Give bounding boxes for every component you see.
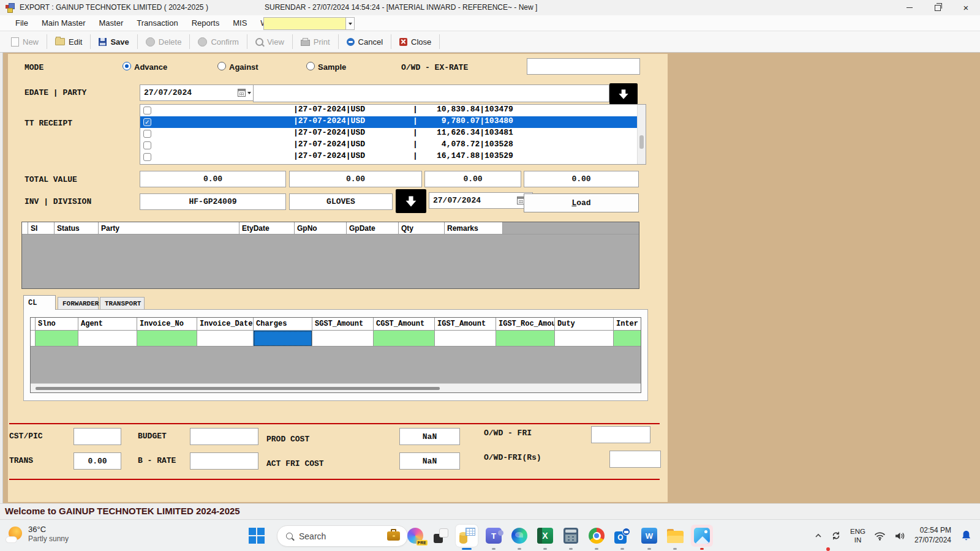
- taskbar-edge[interactable]: [508, 525, 530, 547]
- cell-sgst[interactable]: [312, 331, 374, 347]
- col-sgst[interactable]: SGST_Amount: [312, 318, 374, 331]
- start-button[interactable]: [249, 528, 265, 544]
- scrollbar-thumb[interactable]: [36, 387, 440, 390]
- owd-fri-rs-input[interactable]: [609, 451, 661, 468]
- tab-cl[interactable]: CL: [23, 295, 56, 310]
- close-button[interactable]: ×: [952, 0, 980, 15]
- load-button[interactable]: Load: [524, 193, 639, 212]
- col-qty[interactable]: Qty: [399, 222, 445, 234]
- delete-button[interactable]: Delete: [140, 34, 188, 50]
- taskbar-file-explorer[interactable]: [664, 525, 686, 547]
- menu-item-reports[interactable]: Reports: [185, 15, 227, 31]
- row-checkbox[interactable]: [143, 130, 151, 138]
- radio-advance-label[interactable]: Advance: [134, 62, 167, 72]
- col-gpno[interactable]: GpNo: [295, 222, 347, 234]
- menu-item-file[interactable]: File: [9, 15, 35, 31]
- tt-receipt-row[interactable]: |27-07-2024|USD | 10,839.84|103479: [140, 105, 646, 116]
- radio-against[interactable]: [217, 62, 226, 70]
- col-igst[interactable]: IGST_Amount: [435, 318, 496, 331]
- col-inter[interactable]: Inter: [614, 318, 641, 331]
- tt-receipt-row[interactable]: |27-07-2024|USD | 4,078.72|103528: [140, 140, 646, 151]
- col-cgst[interactable]: CGST_Amount: [374, 318, 435, 331]
- cell-charges-selected[interactable]: [254, 331, 312, 347]
- party-input[interactable]: [253, 84, 609, 102]
- inv-date-picker[interactable]: 27/07/2024: [429, 192, 533, 209]
- total-value-1[interactable]: 0.00: [140, 171, 286, 187]
- menu-item-main-master[interactable]: Main Master: [35, 15, 92, 31]
- taskbar-excel[interactable]: X: [534, 525, 556, 547]
- cell-inter[interactable]: [614, 331, 641, 347]
- radio-against-label[interactable]: Against: [229, 62, 258, 72]
- col-sl[interactable]: Sl: [28, 222, 55, 234]
- b-rate-input[interactable]: [190, 452, 258, 470]
- taskbar-copilot[interactable]: PRE: [404, 525, 426, 547]
- party-lookup-button[interactable]: [609, 83, 638, 105]
- quick-search-dropdown-button[interactable]: [345, 17, 355, 30]
- row-checkbox[interactable]: [143, 141, 151, 149]
- tab-transport[interactable]: TRANSPORT: [100, 297, 145, 310]
- division-input[interactable]: GLOVES: [289, 193, 393, 210]
- scrollbar-thumb[interactable]: [639, 135, 644, 149]
- row-checkbox[interactable]: [143, 153, 151, 161]
- tt-receipt-row-selected[interactable]: ✓ |27-07-2024|USD | 9,780.07|103480: [140, 116, 646, 128]
- tt-receipt-row[interactable]: |27-07-2024|USD | 16,147.88|103529: [140, 151, 646, 163]
- col-duty[interactable]: Duty: [555, 318, 614, 331]
- taskbar-teams[interactable]: T: [483, 525, 505, 547]
- cell-igst-roc[interactable]: [496, 331, 555, 347]
- taskbar-chrome[interactable]: [586, 525, 608, 547]
- horizontal-scrollbar[interactable]: [31, 383, 641, 392]
- total-value-4[interactable]: 0.00: [524, 171, 639, 187]
- menu-item-mis[interactable]: MIS: [226, 15, 254, 31]
- confirm-button[interactable]: Confirm: [192, 34, 245, 50]
- col-slno[interactable]: Slno: [36, 318, 78, 331]
- trans-input[interactable]: 0.00: [74, 452, 121, 470]
- minimize-button[interactable]: [895, 0, 924, 15]
- cell-agent[interactable]: [78, 331, 137, 347]
- col-agent[interactable]: Agent: [78, 318, 137, 331]
- division-lookup-button[interactable]: [396, 189, 426, 213]
- tray-chevron-up[interactable]: [810, 520, 826, 551]
- taskbar-erp-app[interactable]: [456, 525, 478, 547]
- cell-cgst[interactable]: [374, 331, 435, 347]
- tab-forwarder[interactable]: FORWARDER: [58, 297, 99, 310]
- tray-language[interactable]: ENG IN: [846, 520, 870, 551]
- col-gpdate[interactable]: GpDate: [347, 222, 399, 234]
- inv-input[interactable]: HF-GP24009: [140, 193, 286, 210]
- col-invoice-no[interactable]: Invoice_No: [137, 318, 197, 331]
- cancel-button[interactable]: Cancel: [341, 34, 389, 50]
- radio-sample-label[interactable]: Sample: [318, 62, 346, 72]
- col-charges[interactable]: Charges: [254, 318, 312, 331]
- cell-invoice-no[interactable]: [137, 331, 197, 347]
- restore-button[interactable]: [924, 0, 952, 15]
- col-invoice-date[interactable]: Invoice_Date: [197, 318, 254, 331]
- menu-item-transaction[interactable]: Transaction: [130, 15, 184, 31]
- edate-picker[interactable]: 27/07/2024: [140, 84, 254, 101]
- col-remarks[interactable]: Remarks: [445, 222, 503, 234]
- new-button[interactable]: New: [5, 34, 45, 50]
- col-status[interactable]: Status: [55, 222, 99, 234]
- tray-volume[interactable]: [890, 520, 910, 551]
- menu-item-master[interactable]: Master: [92, 15, 130, 31]
- cell-duty[interactable]: [555, 331, 614, 347]
- cell-invoice-date[interactable]: [197, 331, 254, 347]
- col-etydate[interactable]: EtyDate: [239, 222, 295, 234]
- edit-button[interactable]: Edit: [49, 34, 88, 50]
- taskbar-outlook[interactable]: O: [611, 525, 633, 547]
- cst-pic-input[interactable]: [74, 428, 121, 445]
- budget-input[interactable]: [190, 428, 258, 445]
- tray-clock[interactable]: 02:54 PM 27/07/2024: [910, 520, 957, 551]
- weather-widget[interactable]: 36°C Partly sunny: [6, 525, 69, 544]
- total-value-2[interactable]: 0.00: [289, 171, 422, 187]
- col-party[interactable]: Party: [99, 222, 239, 234]
- tray-notifications[interactable]: [957, 520, 980, 551]
- prod-cost-value[interactable]: NaN: [399, 428, 460, 445]
- owd-fri-input[interactable]: [591, 426, 650, 443]
- cell-igst[interactable]: [435, 331, 496, 347]
- taskbar-task-view[interactable]: [430, 525, 452, 547]
- tt-receipt-row[interactable]: |27-07-2024|USD | 11,626.34|103481: [140, 128, 646, 140]
- ex-rate-input[interactable]: [527, 58, 640, 75]
- row-selector[interactable]: [31, 331, 36, 347]
- save-button[interactable]: Save: [92, 34, 135, 50]
- close-form-button[interactable]: Close: [393, 34, 437, 50]
- col-igst-roc[interactable]: IGST_Roc_Amou: [496, 318, 555, 331]
